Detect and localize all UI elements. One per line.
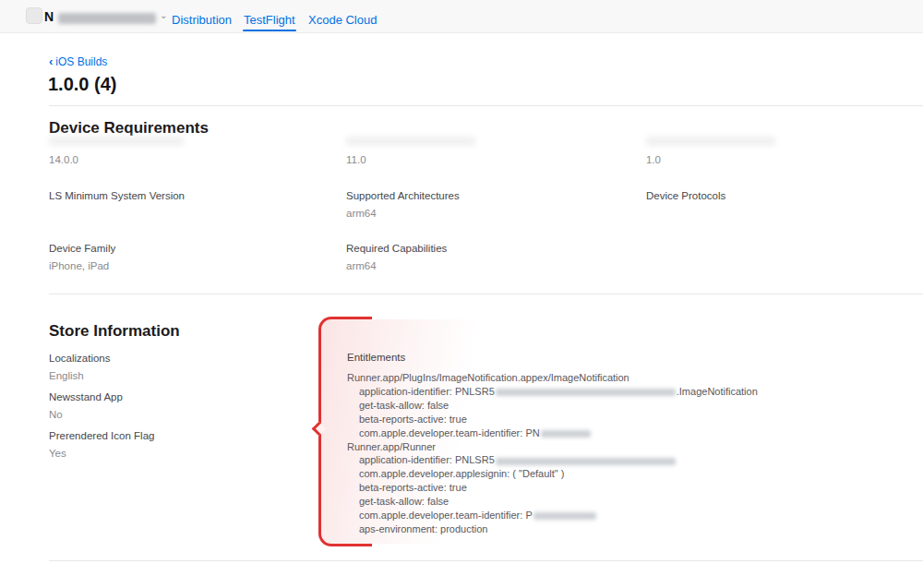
entitlement-group-title: Runner.app/PlugIns/ImageNotification.app… [347,371,790,385]
field-label: Newsstand App [49,391,123,402]
redacted-app-name [58,13,156,24]
tab-testflight[interactable]: TestFlight [244,13,295,27]
field-label: Device Family [49,243,115,254]
field-value: iPhone, iPad [49,260,109,271]
redacted-value [496,389,676,396]
field-value: No [49,409,63,420]
divider [49,294,923,294]
field-label: Device Protocols [646,190,725,201]
entitlement-line: com.apple.developer.applesignin: ( "Defa… [347,467,790,481]
active-tab-underline [243,30,296,31]
field-label: LS Minimum System Version [49,190,185,201]
field-value: arm64 [346,260,377,271]
field-value: 11.0 [346,154,366,165]
redacted-value [496,458,676,465]
breadcrumb-back-link[interactable]: ‹iOS Builds [49,54,107,68]
redacted-label [346,137,475,146]
field-value: Yes [49,448,66,459]
chevron-left-icon: ‹ [49,54,53,68]
field-value: 1.0 [646,154,661,165]
app-switcher-chevron-icon[interactable]: ⌄ [160,10,167,20]
entitlement-line: com.apple.developer.team-identifier: PN [347,426,790,440]
redacted-label [646,137,775,146]
redacted-value [541,430,591,438]
entitlement-line: application-identifier: PNLSR5.ImageNoti… [347,385,790,399]
tab-distribution[interactable]: Distribution [172,13,232,27]
tab-xcode-cloud[interactable]: Xcode Cloud [308,13,377,27]
field-label: Prerendered Icon Flag [49,430,154,441]
divider [49,105,923,106]
field-label: Localizations [49,353,110,364]
entitlement-line: aps-environment: production [347,522,790,536]
breadcrumb-label: iOS Builds [55,55,107,68]
entitlement-line: beta-reports-active: true [347,413,790,426]
app-name[interactable]: N [44,9,54,24]
device-requirements-heading: Device Requirements [49,119,209,138]
divider [49,560,923,561]
entitlement-line: com.apple.developer.team-identifier: P [347,509,790,522]
field-label: Supported Architectures [346,190,460,201]
store-information-heading: Store Information [49,322,180,341]
redacted-value [533,512,596,520]
entitlement-line: beta-reports-active: true [347,481,790,495]
entitlements-label: Entitlements [347,352,790,363]
field-label: Required Capabilities [346,243,447,254]
field-value: 14.0.0 [49,154,78,165]
field-value: arm64 [346,208,377,219]
entitlement-line: application-identifier: PNLSR5 [347,453,790,467]
entitlement-group-title: Runner.app/Runner [347,440,790,454]
field-value: English [49,370,84,381]
entitlement-line: get-task-allow: false [347,495,790,509]
redacted-label [49,137,184,146]
entitlements-block: Entitlements Runner.app/PlugIns/ImageNot… [347,352,790,536]
entitlement-line: get-task-allow: false [347,399,790,413]
app-icon[interactable] [26,7,42,24]
page-title: 1.0.0 (4) [48,74,116,95]
